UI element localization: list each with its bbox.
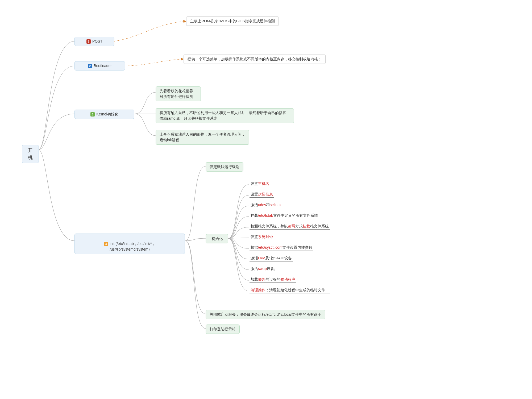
kernel-sub-a: 先看看朕的花花世界； 对所有硬件进行探测 bbox=[156, 86, 201, 101]
badge-3: 3 bbox=[90, 112, 95, 117]
r: /etc/sysctl.conf bbox=[258, 245, 282, 250]
t: 的设备的 bbox=[265, 277, 280, 281]
node-kernel-label: Kernel初始化 bbox=[96, 112, 118, 116]
t: 文件中定义的所有文件系统 bbox=[273, 213, 318, 218]
leaf-i8: 激活LVM及"软"RAID设备 bbox=[250, 255, 293, 261]
r: 挂载 bbox=[303, 224, 310, 228]
t: 激活 bbox=[251, 267, 258, 271]
badge-2: 2 bbox=[88, 64, 92, 68]
node-post-label: POST bbox=[92, 39, 102, 43]
node-init-label: init (/etc/inittab，/etc/init/*， /usr/lib… bbox=[110, 242, 155, 251]
init-g2: 初始化 bbox=[206, 234, 228, 243]
r: udev bbox=[258, 203, 266, 207]
node-init: 4init (/etc/inittab，/etc/init/*， /usr/li… bbox=[74, 234, 185, 254]
r: selinux bbox=[270, 203, 281, 207]
r: 额外 bbox=[258, 277, 265, 281]
leaf-i2: 设置欢迎信息 bbox=[250, 192, 274, 198]
leaf-i5: 检测根文件系统，并以读写方式挂载根文件系统 bbox=[250, 223, 330, 230]
badge-1: 1 bbox=[86, 39, 91, 44]
t: 设置 bbox=[251, 181, 258, 186]
r: 主机名 bbox=[258, 181, 269, 186]
t: 方式 bbox=[295, 224, 303, 228]
r: /etc/fstab bbox=[258, 213, 273, 218]
root-node: 开机 bbox=[22, 145, 39, 163]
t: 检测根文件系统，并以 bbox=[251, 224, 288, 228]
t: 根文件系统 bbox=[310, 224, 329, 228]
t: 挂载 bbox=[251, 213, 258, 218]
t: 设备; bbox=[267, 267, 275, 271]
init-g3: 关闭或启动服务；服务最终会运行/etc/rc.d/rc.local文件中的所有命… bbox=[206, 310, 325, 319]
kernel-sub-c: 上帝不愿意沾惹人间的俗物，派一个使者管理人间； 启动init进程 bbox=[156, 130, 249, 145]
t: 根据 bbox=[251, 245, 258, 250]
t: 设置 bbox=[251, 235, 258, 239]
t: 和 bbox=[266, 203, 270, 207]
badge-4: 4 bbox=[104, 242, 108, 246]
node-bootloader: 2Bootloader bbox=[74, 61, 125, 70]
note-bootloader: 提供一个可选菜单，加载操作系统或不同版本的内核至内存，移交控制权给内核； bbox=[184, 55, 326, 64]
leaf-i3: 激活udev和selinux bbox=[250, 202, 282, 208]
kernel-sub-b: 将所有纳入自己，不听的利用一些人和另一些人相斗，最终都听于自己的指挥； 借助ra… bbox=[156, 108, 294, 123]
leaf-i1: 设置主机名 bbox=[250, 181, 270, 187]
t: 激活 bbox=[251, 203, 258, 207]
t: 加载 bbox=[251, 277, 258, 281]
node-kernel: 3Kernel初始化 bbox=[74, 110, 134, 119]
node-post: 1POST bbox=[74, 37, 114, 46]
r: LVM bbox=[258, 256, 265, 260]
t: 及"软"RAID设备 bbox=[265, 256, 292, 260]
leaf-i6: 设置系统时钟 bbox=[250, 234, 274, 240]
leaf-i9: 激活swap设备; bbox=[250, 266, 276, 272]
leaf-i4: 挂载/etc/fstab文件中定义的所有文件系统 bbox=[250, 213, 319, 219]
r: 欢迎信息 bbox=[258, 192, 273, 196]
r: 驱动程序 bbox=[280, 277, 295, 281]
leaf-i11: 清理操作；清理初始化过程中生成的临时文件； bbox=[250, 287, 330, 293]
leaf-i7: 根据/etc/sysctl.conf文件设置内核参数 bbox=[250, 245, 313, 251]
t: 文件设置内核参数 bbox=[282, 245, 312, 250]
t: 设置 bbox=[251, 192, 258, 196]
r: 清理操作 bbox=[251, 288, 265, 292]
init-g4: 打印登陆提示符 bbox=[206, 325, 240, 334]
leaf-i10: 加载额外的设备的驱动程序 bbox=[250, 277, 296, 283]
r: 系统时钟 bbox=[258, 235, 273, 239]
init-g1: 设定默认运行级别 bbox=[206, 162, 243, 172]
node-bootloader-label: Bootloader bbox=[94, 64, 112, 68]
t: ；清理初始化过程中生成的临时文件； bbox=[265, 288, 329, 292]
r: swap bbox=[258, 267, 267, 271]
note-post: 主板上ROM芯片CMOS中的BIOS指令完成硬件检测 bbox=[186, 16, 279, 26]
t: 激活 bbox=[251, 256, 258, 260]
r: 读写 bbox=[288, 224, 295, 228]
